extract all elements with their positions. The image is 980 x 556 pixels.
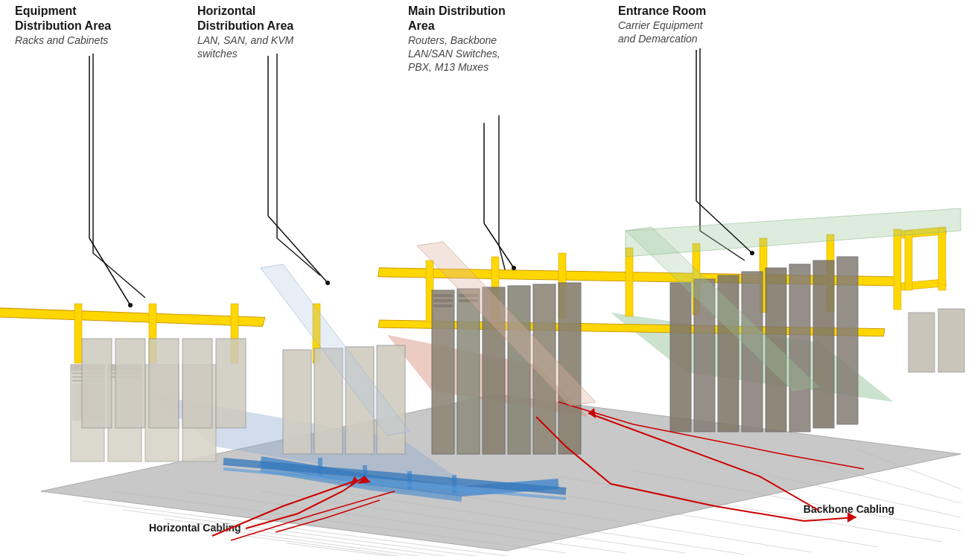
label-er: Entrance Room Carrier Equipmentand Demar… bbox=[618, 4, 797, 45]
svg-marker-18 bbox=[149, 394, 477, 491]
svg-marker-20 bbox=[611, 313, 894, 402]
svg-rect-36 bbox=[901, 227, 946, 238]
svg-line-14 bbox=[633, 470, 961, 531]
hda-title: HorizontalDistribution Area bbox=[197, 4, 357, 33]
svg-rect-72 bbox=[670, 283, 691, 432]
svg-line-11 bbox=[410, 488, 812, 552]
svg-rect-46 bbox=[108, 365, 141, 461]
svg-rect-77 bbox=[789, 264, 810, 432]
svg-rect-21 bbox=[0, 307, 265, 326]
svg-rect-53 bbox=[115, 339, 145, 428]
svg-rect-79 bbox=[837, 257, 858, 424]
eda-subtitle: Racks and Cabinets bbox=[15, 33, 171, 47]
svg-rect-81 bbox=[938, 309, 964, 372]
svg-rect-30 bbox=[559, 253, 566, 319]
label-horizontal-cabling: Horizontal Cabling bbox=[149, 522, 241, 534]
svg-rect-45 bbox=[72, 383, 103, 421]
svg-point-99 bbox=[750, 251, 754, 255]
svg-rect-38 bbox=[905, 231, 912, 290]
svg-rect-65 bbox=[533, 284, 556, 454]
svg-rect-23 bbox=[149, 304, 156, 363]
svg-rect-54 bbox=[149, 339, 179, 428]
svg-rect-22 bbox=[74, 304, 82, 363]
er-subtitle: Carrier Equipmentand Demarcation bbox=[618, 19, 797, 45]
svg-rect-44 bbox=[72, 380, 103, 382]
hda-subtitle: LAN, SAN, and KVMswitches bbox=[197, 33, 357, 60]
svg-rect-33 bbox=[760, 238, 767, 313]
mda-subtitle: Routers, BackboneLAN/SAN Switches,PBX, M… bbox=[408, 33, 591, 74]
svg-rect-56 bbox=[216, 339, 246, 428]
label-hda: HorizontalDistribution Area LAN, SAN, an… bbox=[197, 4, 357, 60]
svg-point-96 bbox=[512, 266, 516, 270]
svg-rect-51 bbox=[182, 365, 216, 461]
svg-rect-42 bbox=[72, 372, 103, 374]
svg-line-89 bbox=[89, 238, 130, 305]
svg-rect-27 bbox=[378, 320, 885, 336]
main-diagram-svg bbox=[0, 0, 980, 556]
svg-rect-40 bbox=[71, 365, 104, 461]
svg-rect-62 bbox=[457, 289, 480, 454]
svg-rect-47 bbox=[108, 365, 141, 371]
svg-line-17 bbox=[856, 449, 961, 489]
svg-line-9 bbox=[261, 491, 685, 553]
svg-rect-71 bbox=[459, 299, 478, 302]
label-mda: Main DistributionArea Routers, BackboneL… bbox=[408, 4, 591, 74]
svg-rect-52 bbox=[82, 339, 112, 428]
svg-rect-76 bbox=[766, 268, 786, 432]
svg-line-4 bbox=[205, 528, 626, 556]
svg-rect-75 bbox=[742, 272, 763, 432]
er-title: Entrance Room bbox=[618, 4, 797, 19]
svg-marker-100 bbox=[588, 408, 596, 418]
svg-rect-24 bbox=[231, 304, 238, 363]
svg-rect-59 bbox=[346, 347, 374, 454]
svg-line-5 bbox=[246, 536, 670, 556]
svg-rect-26 bbox=[378, 268, 900, 286]
svg-rect-58 bbox=[314, 348, 343, 454]
diagram-container: EquipmentDistribution Area Racks and Cab… bbox=[0, 0, 980, 556]
svg-line-92 bbox=[268, 216, 328, 283]
svg-line-98 bbox=[696, 201, 752, 253]
svg-rect-78 bbox=[813, 261, 834, 428]
label-eda: EquipmentDistribution Area Racks and Cab… bbox=[15, 4, 171, 47]
svg-rect-35 bbox=[894, 229, 901, 310]
svg-rect-37 bbox=[901, 279, 946, 290]
svg-rect-34 bbox=[827, 234, 834, 311]
svg-rect-31 bbox=[626, 248, 633, 316]
svg-marker-87 bbox=[626, 208, 961, 257]
svg-point-93 bbox=[325, 281, 330, 285]
mda-title: Main DistributionArea bbox=[408, 4, 591, 33]
svg-rect-32 bbox=[693, 243, 700, 315]
svg-marker-83 bbox=[357, 476, 371, 484]
svg-rect-41 bbox=[71, 365, 104, 371]
svg-line-95 bbox=[484, 223, 514, 268]
svg-line-8 bbox=[186, 491, 626, 553]
svg-line-6 bbox=[287, 543, 722, 556]
svg-rect-61 bbox=[432, 290, 454, 454]
svg-rect-55 bbox=[182, 339, 212, 428]
svg-line-16 bbox=[782, 454, 961, 503]
svg-rect-80 bbox=[909, 313, 935, 372]
eda-title: EquipmentDistribution Area bbox=[15, 4, 171, 33]
svg-point-90 bbox=[128, 303, 133, 307]
label-backbone-cabling: Backbone Cabling bbox=[804, 503, 894, 515]
svg-rect-39 bbox=[938, 229, 946, 290]
svg-line-10 bbox=[335, 491, 745, 555]
svg-marker-86 bbox=[626, 227, 819, 391]
svg-rect-73 bbox=[694, 279, 715, 432]
svg-rect-70 bbox=[459, 294, 478, 297]
svg-rect-68 bbox=[433, 299, 453, 302]
svg-marker-84 bbox=[261, 264, 410, 435]
svg-rect-48 bbox=[109, 372, 140, 374]
svg-rect-50 bbox=[145, 365, 179, 461]
svg-rect-66 bbox=[559, 283, 581, 454]
svg-rect-43 bbox=[72, 376, 103, 378]
svg-rect-57 bbox=[283, 350, 311, 454]
svg-rect-49 bbox=[109, 376, 140, 378]
svg-rect-63 bbox=[483, 287, 505, 454]
svg-rect-28 bbox=[426, 261, 433, 322]
svg-marker-101 bbox=[350, 476, 357, 486]
svg-marker-85 bbox=[417, 242, 596, 406]
svg-rect-64 bbox=[508, 286, 530, 454]
svg-rect-25 bbox=[313, 304, 320, 363]
svg-marker-19 bbox=[387, 335, 588, 417]
